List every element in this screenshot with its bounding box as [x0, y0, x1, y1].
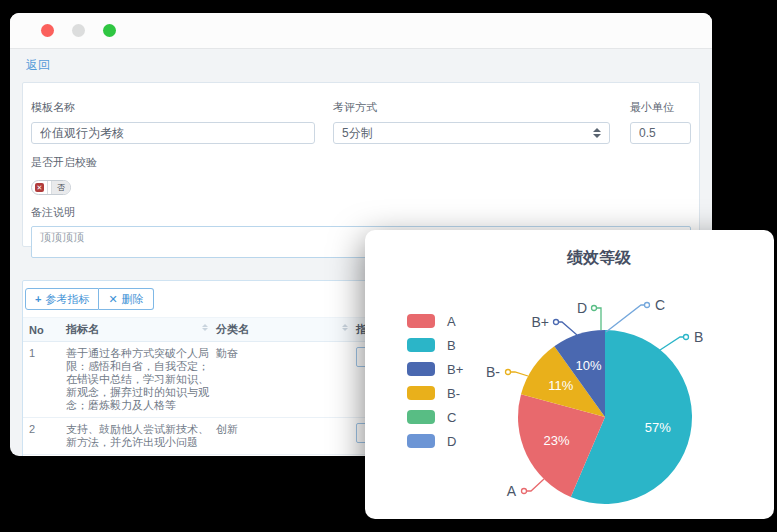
- sort-icon[interactable]: [342, 324, 348, 331]
- validation-label: 是否开启校验: [31, 155, 691, 170]
- indicator-name-cell: 善于通过各种方式突破个人局限：感悟和自省，自我否定；在错误中总结，学习新知识、新…: [63, 342, 213, 418]
- x-icon: ✕: [108, 293, 117, 306]
- form-panel: 模板名称 考评方式 5分制 最小单位 是否开: [22, 82, 700, 247]
- svg-text:11%: 11%: [548, 378, 573, 393]
- plus-icon: +: [35, 293, 41, 305]
- remark-label: 备注说明: [31, 205, 691, 220]
- add-indicator-button[interactable]: + 参考指标: [25, 288, 99, 310]
- svg-text:B+: B+: [531, 314, 549, 330]
- toggle-x-icon: ✕: [32, 181, 47, 194]
- zoom-window-button[interactable]: [103, 24, 116, 37]
- min-unit-label: 最小单位: [630, 100, 691, 115]
- minimize-window-button[interactable]: [72, 24, 85, 37]
- svg-text:23%: 23%: [543, 433, 569, 448]
- back-link[interactable]: 返回: [26, 57, 50, 74]
- template-name-label: 模板名称: [31, 100, 315, 115]
- svg-text:B: B: [694, 329, 703, 345]
- svg-text:57%: 57%: [645, 420, 671, 435]
- column-header-name[interactable]: 指标名: [63, 318, 213, 342]
- column-header-category[interactable]: 分类名: [213, 318, 353, 342]
- category-cell: 创新: [213, 455, 353, 457]
- toggle-state-label: 否: [52, 181, 70, 194]
- performance-chart-card: 绩效等级 A B B+ B- C: [365, 230, 774, 519]
- row-number-cell: 3: [23, 455, 63, 457]
- screenshot-stage: 返回 模板名称 考评方式 5分制 最小单位: [0, 0, 777, 532]
- template-name-input[interactable]: [31, 122, 315, 144]
- validation-toggle[interactable]: ✕ 否: [31, 180, 71, 195]
- eval-method-select[interactable]: 5分制: [333, 122, 610, 144]
- indicator-name-cell: 支持、鼓励他人尝试新技术、新方法，并允许出现小问题: [63, 418, 213, 455]
- eval-method-label: 考评方式: [333, 100, 610, 115]
- column-header-no[interactable]: No: [23, 318, 63, 342]
- row-number-cell: 1: [23, 342, 63, 418]
- eval-method-value: 5分制: [342, 125, 373, 142]
- svg-text:B-: B-: [486, 364, 500, 380]
- svg-text:D: D: [577, 300, 587, 316]
- category-cell: 勤奋: [213, 342, 353, 418]
- select-arrows-icon: [593, 128, 601, 138]
- svg-text:10%: 10%: [575, 358, 601, 373]
- min-unit-input[interactable]: [630, 122, 691, 144]
- category-cell: 创新: [213, 418, 353, 455]
- indicator-name-cell: 保持开放心态、好奇心及求知欲，敢于质疑及尝试: [63, 455, 213, 457]
- close-window-button[interactable]: [41, 24, 54, 37]
- table-toolbar: + 参考指标 ✕ 删除: [25, 288, 154, 310]
- svg-text:A: A: [507, 483, 517, 499]
- titlebar: [10, 13, 712, 49]
- row-number-cell: 2: [23, 418, 63, 455]
- sort-icon[interactable]: [202, 324, 208, 331]
- pie-chart[interactable]: 57%23%11%10%BCDB+B-A: [365, 230, 774, 519]
- svg-text:C: C: [655, 297, 665, 313]
- delete-button[interactable]: ✕ 删除: [99, 288, 153, 310]
